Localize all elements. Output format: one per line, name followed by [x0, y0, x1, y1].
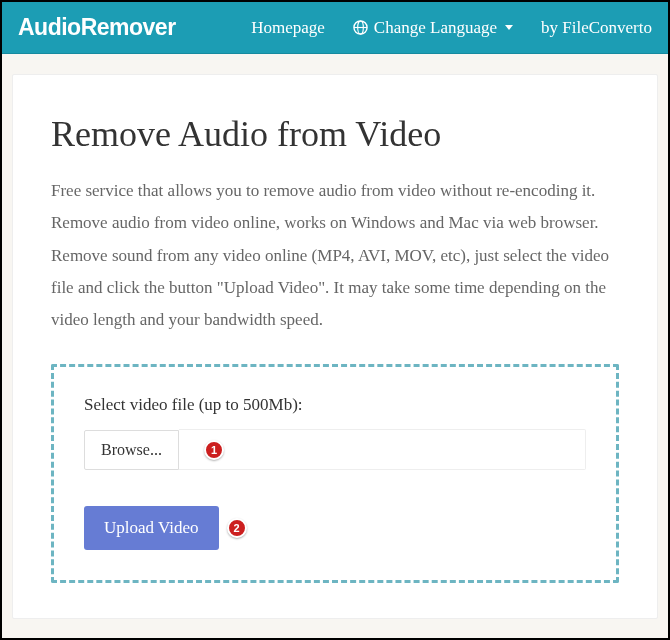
- nav-homepage[interactable]: Homepage: [251, 18, 325, 38]
- brand-logo[interactable]: AudioRemover: [18, 14, 176, 41]
- file-input-row: Browse... 1: [84, 429, 586, 470]
- upload-video-button[interactable]: Upload Video: [84, 506, 219, 550]
- nav-by-converto[interactable]: by FileConverto: [541, 18, 652, 38]
- annotation-step-2: 2: [227, 518, 247, 538]
- globe-icon: [353, 20, 368, 35]
- file-display[interactable]: [179, 429, 586, 470]
- upload-label: Select video file (up to 500Mb):: [84, 395, 586, 415]
- browse-button[interactable]: Browse...: [84, 430, 179, 470]
- chevron-down-icon: [505, 25, 513, 30]
- nav-change-language[interactable]: Change Language: [353, 18, 513, 38]
- nav-by-converto-label: by FileConverto: [541, 18, 652, 38]
- page-title: Remove Audio from Video: [51, 113, 619, 155]
- navbar: AudioRemover Homepage Change Language by…: [2, 2, 668, 54]
- nav-change-language-label: Change Language: [374, 18, 497, 38]
- content-wrapper: Remove Audio from Video Free service tha…: [2, 54, 668, 619]
- nav-items: Homepage Change Language by FileConverto: [251, 18, 652, 38]
- upload-btn-row: Upload Video 2: [84, 506, 586, 550]
- upload-box: Select video file (up to 500Mb): Browse.…: [51, 364, 619, 583]
- page-description: Free service that allows you to remove a…: [51, 175, 619, 336]
- nav-homepage-label: Homepage: [251, 18, 325, 38]
- main-card: Remove Audio from Video Free service tha…: [12, 74, 658, 619]
- annotation-step-1: 1: [204, 440, 224, 460]
